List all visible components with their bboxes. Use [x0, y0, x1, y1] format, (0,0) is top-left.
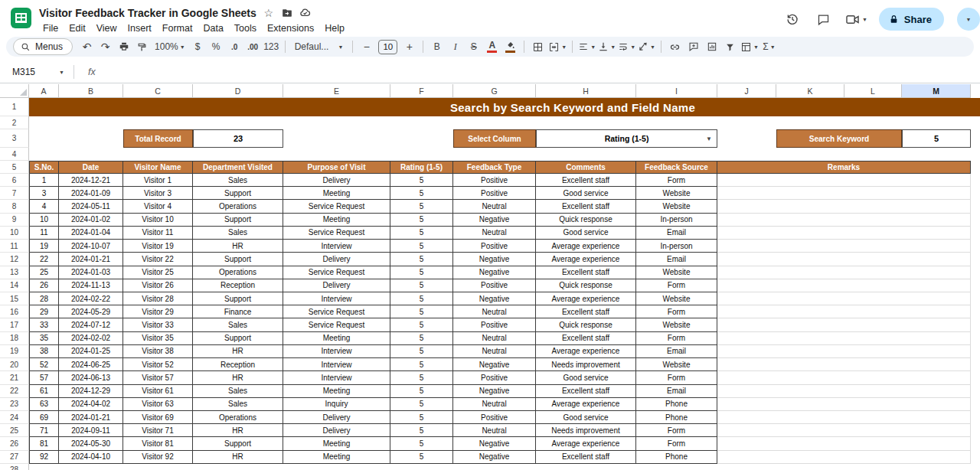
- share-button[interactable]: Share: [879, 8, 944, 31]
- row-header-26[interactable]: 26: [0, 437, 29, 450]
- insert-chart-button[interactable]: [704, 38, 720, 55]
- fill-color-button[interactable]: [502, 38, 518, 55]
- cell-C11[interactable]: Visitor 19: [123, 240, 193, 253]
- cell-C12[interactable]: Visitor 22: [123, 253, 193, 266]
- cell-remarks-18[interactable]: [717, 332, 971, 345]
- cell-E27[interactable]: Meeting: [283, 451, 390, 464]
- search-keyword-value[interactable]: 5: [902, 129, 971, 148]
- column-header-H[interactable]: H: [536, 84, 636, 98]
- cell-C21[interactable]: Visitor 57: [123, 371, 193, 384]
- row-header-12[interactable]: 12: [0, 253, 29, 266]
- cell-H16[interactable]: Excellent staff: [536, 305, 636, 318]
- cell-C14[interactable]: Visitor 26: [123, 279, 193, 292]
- cell-B19[interactable]: 2024-01-25: [59, 345, 123, 358]
- cell-D11[interactable]: HR: [193, 240, 283, 253]
- cell-E7[interactable]: Meeting: [283, 187, 390, 200]
- cell-F23[interactable]: 5: [390, 398, 453, 411]
- row-header-19[interactable]: 19: [0, 345, 29, 358]
- formula-input[interactable]: [105, 61, 980, 83]
- cell-A8[interactable]: 4: [29, 200, 59, 213]
- borders-button[interactable]: [530, 38, 546, 55]
- row-header-14[interactable]: 14: [0, 279, 29, 292]
- cell-D26[interactable]: Support: [193, 437, 283, 450]
- cell-E12[interactable]: Delivery: [283, 253, 390, 266]
- cell-B13[interactable]: 2024-01-03: [59, 266, 123, 279]
- cell-remarks-27[interactable]: [717, 451, 971, 464]
- cell-G24[interactable]: Positive: [453, 411, 536, 424]
- cell-B9[interactable]: 2024-01-02: [59, 214, 123, 227]
- cell-B20[interactable]: 2024-06-25: [59, 358, 123, 371]
- star-icon[interactable]: ☆: [261, 5, 276, 21]
- cell-remarks-17[interactable]: [717, 318, 971, 331]
- th-comments[interactable]: Comments: [536, 161, 636, 174]
- cell-E18[interactable]: Meeting: [283, 332, 390, 345]
- cell-D17[interactable]: Sales: [193, 318, 283, 331]
- cell-A11[interactable]: 19: [29, 240, 59, 253]
- cell-H19[interactable]: Average experience: [536, 345, 636, 358]
- th-date[interactable]: Date: [59, 161, 123, 174]
- cell-remarks-24[interactable]: [717, 411, 971, 424]
- cell-H20[interactable]: Needs improvement: [536, 358, 636, 371]
- meet-call-button[interactable]: ▼: [845, 12, 867, 27]
- merge-cells-button[interactable]: ▼: [548, 38, 567, 55]
- cell-H21[interactable]: Good service: [536, 371, 636, 384]
- cell-F19[interactable]: 5: [390, 345, 453, 358]
- cell-E8[interactable]: Service Request: [283, 200, 390, 213]
- cell-H14[interactable]: Quick response: [536, 279, 636, 292]
- cell-A18[interactable]: 35: [29, 332, 59, 345]
- cell-G22[interactable]: Negative: [453, 385, 536, 398]
- cell-A7[interactable]: 3: [29, 187, 59, 200]
- column-header-D[interactable]: D: [193, 84, 283, 98]
- cell-B6[interactable]: 2024-12-21: [59, 174, 123, 187]
- cell-A25[interactable]: 71: [29, 424, 59, 437]
- cell-I22[interactable]: Email: [636, 385, 717, 398]
- row-header-6[interactable]: 6: [0, 174, 29, 187]
- cell-I12[interactable]: Email: [636, 253, 717, 266]
- paint-format-button[interactable]: [134, 38, 150, 55]
- cell-G16[interactable]: Neutral: [453, 305, 536, 318]
- column-header-M[interactable]: M: [902, 84, 971, 98]
- cell-C24[interactable]: Visitor 69: [123, 411, 193, 424]
- cell-remarks-9[interactable]: [717, 214, 971, 227]
- cell-A3[interactable]: [29, 129, 123, 148]
- cell-D18[interactable]: Support: [193, 332, 283, 345]
- cell-H17[interactable]: Quick response: [536, 318, 636, 331]
- row-header-15[interactable]: 15: [0, 292, 29, 305]
- cell-C6[interactable]: Visitor 1: [123, 174, 193, 187]
- cell-D25[interactable]: HR: [193, 424, 283, 437]
- row-header-24[interactable]: 24: [0, 411, 29, 424]
- format-currency-button[interactable]: $: [190, 38, 206, 55]
- total-record-label[interactable]: Total Record: [123, 129, 193, 148]
- cell-G18[interactable]: Neutral: [453, 332, 536, 345]
- cell-F16[interactable]: 5: [390, 305, 453, 318]
- comment-history-icon[interactable]: [814, 9, 834, 29]
- cell-remarks-11[interactable]: [717, 240, 971, 253]
- menu-extensions[interactable]: Extensions: [262, 21, 319, 38]
- cell-I11[interactable]: In-person: [636, 240, 717, 253]
- cell-B23[interactable]: 2024-04-02: [59, 398, 123, 411]
- cell-F24[interactable]: 5: [390, 411, 453, 424]
- cell-B7[interactable]: 2024-01-09: [59, 187, 123, 200]
- redo-button[interactable]: ↷: [97, 38, 113, 55]
- cell-E3[interactable]: [283, 129, 453, 148]
- cell-G14[interactable]: Positive: [453, 279, 536, 292]
- row-header-1[interactable]: 1: [0, 98, 29, 116]
- cell-C20[interactable]: Visitor 52: [123, 358, 193, 371]
- menus-search-button[interactable]: Menus: [13, 38, 73, 55]
- cell-C13[interactable]: Visitor 25: [123, 266, 193, 279]
- row-header-8[interactable]: 8: [0, 200, 29, 213]
- cell-A9[interactable]: 10: [29, 214, 59, 227]
- cell-I8[interactable]: Website: [636, 200, 717, 213]
- cell-C26[interactable]: Visitor 81: [123, 437, 193, 450]
- cell-A16[interactable]: 29: [29, 305, 59, 318]
- cell-B12[interactable]: 2024-01-21: [59, 253, 123, 266]
- cell-F21[interactable]: 5: [390, 371, 453, 384]
- row-header-21[interactable]: 21: [0, 371, 29, 384]
- cell-A10[interactable]: 11: [29, 227, 59, 240]
- cell-F25[interactable]: 5: [390, 424, 453, 437]
- cell-remarks-16[interactable]: [717, 305, 971, 318]
- cell-G7[interactable]: Positive: [453, 187, 536, 200]
- font-size-input[interactable]: 10: [378, 40, 397, 54]
- cell-G8[interactable]: Neutral: [453, 200, 536, 213]
- th-s-no[interactable]: S.No.: [29, 161, 59, 174]
